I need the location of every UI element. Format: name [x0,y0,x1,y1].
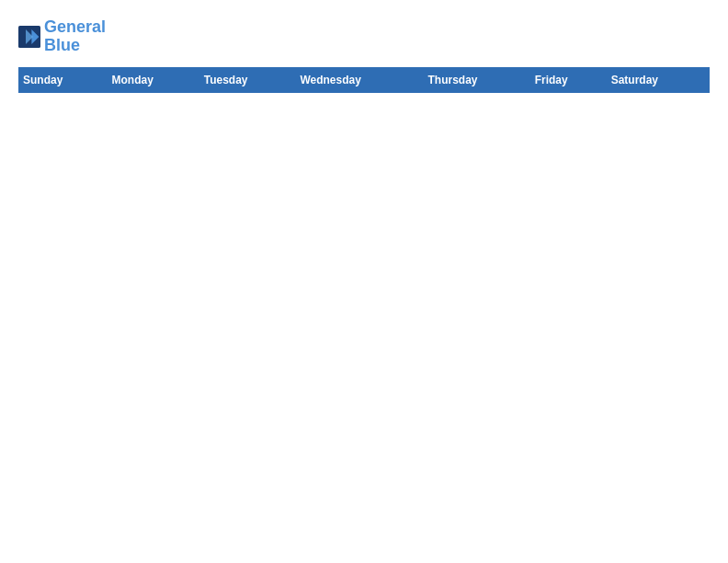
logo-icon [18,26,40,48]
logo: General Blue [18,18,106,55]
logo-line1: General [44,18,106,37]
logo-line2: Blue [44,37,106,55]
calendar-table: SundayMondayTuesdayWednesdayThursdayFrid… [18,67,710,93]
column-header-saturday: Saturday [607,67,709,92]
column-header-friday: Friday [530,67,607,92]
column-header-thursday: Thursday [424,67,530,92]
column-header-tuesday: Tuesday [199,67,296,92]
column-header-sunday: Sunday [19,67,108,92]
column-header-wednesday: Wednesday [296,67,424,92]
column-header-monday: Monday [108,67,199,92]
